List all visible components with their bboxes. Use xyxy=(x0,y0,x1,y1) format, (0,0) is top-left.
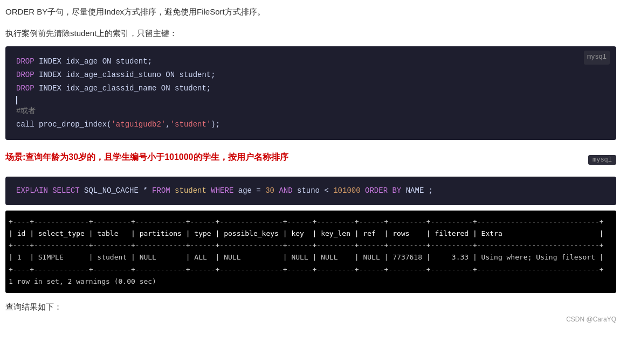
close-paren: ); xyxy=(211,120,220,129)
result-table-pre: +----+-------------+---------+----------… xyxy=(9,216,613,288)
page-wrapper: ORDER BY子句，尽量使用Index方式排序，避免使用FileSort方式排… xyxy=(0,0,627,334)
call-kw: call proc_drop_index( xyxy=(16,120,111,129)
val-101000: 101000 xyxy=(333,186,360,195)
stuno-clause: stuno < xyxy=(297,186,329,195)
code-line-3: DROP INDEX idx_age_classid_name ON stude… xyxy=(16,82,605,95)
code-line-cursor xyxy=(16,96,605,104)
code-line-2: DROP INDEX idx_age_classid_stuno ON stud… xyxy=(16,68,605,82)
str-student: 'student' xyxy=(170,120,211,129)
result-table: +----+-------------+---------+----------… xyxy=(5,211,616,293)
kw-drop-3: DROP xyxy=(16,84,35,93)
comment-text: #或者 xyxy=(16,107,36,115)
kw-explain: EXPLAIN xyxy=(16,186,48,195)
csdn-badge: CSDN @CaraYQ xyxy=(5,316,616,323)
kw-drop-2: DROP xyxy=(16,71,35,79)
mysql-badge-2: mysql xyxy=(588,155,616,165)
kw-order: ORDER BY xyxy=(365,186,401,195)
age-clause: age = xyxy=(238,186,265,195)
code-rest-2: INDEX idx_age_classid_stuno ON student; xyxy=(39,71,216,79)
cursor xyxy=(16,96,17,104)
sql-no-cache: SQL_NO_CACHE * xyxy=(84,186,152,195)
code-rest-3: INDEX idx_age_classid_name ON student; xyxy=(39,84,211,93)
explain-line: EXPLAIN SELECT SQL_NO_CACHE * FROM stude… xyxy=(16,184,605,198)
kw-and: AND xyxy=(279,186,292,195)
name-clause: NAME ; xyxy=(406,186,433,195)
kw-select2: SELECT xyxy=(52,186,79,195)
section-title: 场景:查询年龄为30岁的，且学生编号小于101000的学生，按用户名称排序 xyxy=(5,151,288,164)
code-line-proc: call proc_drop_index('atguigudb2','stude… xyxy=(16,118,605,131)
kw-drop-1: DROP xyxy=(16,57,35,66)
intro-text-2: 执行案例前先清除student上的索引，只留主键： xyxy=(5,27,616,40)
query-code-block: EXPLAIN SELECT SQL_NO_CACHE * FROM stude… xyxy=(5,177,616,205)
mysql-badge: mysql xyxy=(584,51,610,65)
val-30: 30 xyxy=(265,186,274,195)
tbl-student: student xyxy=(175,186,211,195)
code-line-comment: #或者 xyxy=(16,104,605,118)
code-line-1: DROP INDEX idx_age ON student; xyxy=(16,55,605,68)
kw-from: FROM xyxy=(152,186,170,195)
comma: , xyxy=(166,120,170,129)
footer-text: 查询结果如下： xyxy=(5,300,616,313)
drop-index-code-block: mysql DROP INDEX idx_age ON student; DRO… xyxy=(5,46,616,140)
intro-text-1: ORDER BY子句，尽量使用Index方式排序，避免使用FileSort方式排… xyxy=(5,5,616,18)
code-rest-1: INDEX idx_age ON student; xyxy=(39,57,152,66)
str-atguigudb2: 'atguigudb2' xyxy=(111,120,166,129)
kw-where: WHERE xyxy=(211,186,233,195)
